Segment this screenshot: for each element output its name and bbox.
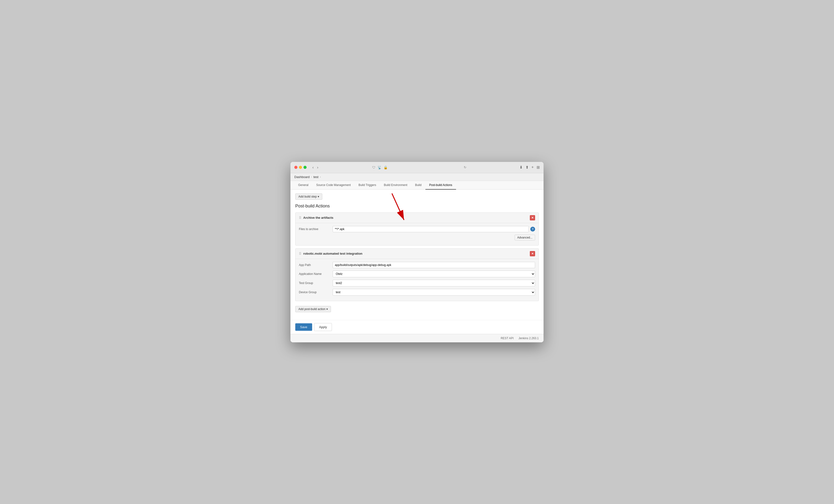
files-to-archive-help[interactable]: ?: [530, 227, 535, 231]
breadcrumb: Dashboard › test ›: [290, 173, 544, 181]
breadcrumb-test[interactable]: test: [313, 175, 319, 179]
post-build-dropdown-icon: ▾: [326, 307, 328, 311]
close-traffic-light[interactable]: [294, 166, 298, 169]
app-path-label: App Path: [299, 263, 333, 267]
nav-buttons: ‹ ›: [311, 165, 320, 170]
files-to-archive-label: Files to archive: [299, 227, 333, 231]
robotic-title-row: ⠿ robotic.mobi automated test integratio…: [299, 252, 363, 256]
test-group-label: Test Group: [299, 281, 333, 285]
share-icon[interactable]: ⬆: [525, 165, 529, 169]
forward-button[interactable]: ›: [316, 165, 319, 170]
maximize-traffic-light[interactable]: [304, 166, 307, 169]
action-bar: Save Apply: [290, 320, 544, 334]
privacy-icon: 🔒: [383, 165, 388, 169]
breadcrumb-sep-2: ›: [320, 176, 321, 178]
application-name-row: Application Name Otelz: [299, 271, 535, 277]
test-group-select[interactable]: test2: [333, 280, 535, 287]
new-tab-icon[interactable]: +: [531, 165, 534, 169]
add-post-build-action-button[interactable]: Add post-build action ▾: [295, 306, 331, 312]
refresh-icon[interactable]: ↻: [464, 165, 466, 169]
jenkins-version: Jenkins 2.263.1: [519, 337, 539, 340]
apply-button[interactable]: Apply: [314, 323, 332, 331]
robotic-mobi-body: App Path Application Name Otelz Test Gro…: [295, 259, 539, 301]
app-path-input[interactable]: [333, 262, 535, 268]
tabs-icon[interactable]: ⊞: [536, 165, 540, 169]
tabs-bar: General Source Code Management Build Tri…: [290, 181, 544, 190]
tab-build-triggers[interactable]: Build Triggers: [355, 181, 380, 190]
dropdown-icon: ▾: [318, 195, 319, 198]
back-button[interactable]: ‹: [311, 165, 314, 170]
test-group-row: Test Group test2: [299, 280, 535, 287]
application-name-label: Application Name: [299, 272, 333, 276]
minimize-traffic-light[interactable]: [299, 166, 302, 169]
drag-handle-robotic[interactable]: ⠿: [299, 252, 301, 256]
archive-artifacts-card: ⠿ Archive the artifacts ✕ Files to archi…: [295, 212, 539, 246]
toolbar-right: ⬇ ⬆ + ⊞: [520, 165, 540, 169]
breadcrumb-dashboard[interactable]: Dashboard: [294, 175, 310, 179]
files-to-archive-input[interactable]: [333, 226, 529, 232]
archive-artifacts-title: Archive the artifacts: [303, 216, 333, 220]
robotic-close-button[interactable]: ✕: [530, 251, 535, 256]
radio-icon: 📡: [377, 165, 381, 169]
add-build-step-button[interactable]: Add build step ▾: [295, 193, 322, 200]
save-button[interactable]: Save: [295, 323, 312, 331]
application-name-select[interactable]: Otelz: [333, 271, 535, 277]
robotic-mobi-header: ⠿ robotic.mobi automated test integratio…: [295, 249, 539, 259]
main-content: General Source Code Management Build Tri…: [290, 181, 544, 334]
device-group-select[interactable]: test: [333, 289, 535, 296]
robotic-mobi-title: robotic.mobi automated test integration: [303, 252, 363, 255]
traffic-lights: [294, 166, 307, 169]
rest-api-link[interactable]: REST API: [501, 337, 514, 340]
footer: REST API Jenkins 2.263.1: [290, 334, 544, 342]
tab-post-build-actions[interactable]: Post-build Actions: [425, 181, 456, 190]
device-group-label: Device Group: [299, 291, 333, 294]
security-icons: 🛡 📡 🔒: [372, 165, 388, 169]
device-group-row: Device Group test: [299, 289, 535, 296]
archive-artifacts-header: ⠿ Archive the artifacts ✕: [295, 213, 539, 223]
advanced-button[interactable]: Advanced...: [514, 235, 535, 240]
archive-close-button[interactable]: ✕: [530, 215, 535, 221]
archive-title-row: ⠿ Archive the artifacts: [299, 216, 333, 220]
title-bar: ‹ › 🛡 📡 🔒 localhost ↻ ⬇ ⬆ + ⊞: [290, 162, 544, 173]
tab-source-code-management[interactable]: Source Code Management: [312, 181, 355, 190]
download-icon[interactable]: ⬇: [520, 165, 523, 169]
url-input[interactable]: localhost: [390, 165, 462, 169]
app-path-row: App Path: [299, 262, 535, 268]
address-bar: 🛡 📡 🔒 localhost ↻: [322, 165, 517, 169]
section-title: Post-build Actions: [295, 204, 539, 209]
content-area: Add build step ▾ Post-build Actions: [290, 190, 544, 320]
drag-handle-archive[interactable]: ⠿: [299, 216, 301, 220]
tab-general[interactable]: General: [294, 181, 312, 190]
tab-build[interactable]: Build: [411, 181, 425, 190]
files-to-archive-row: Files to archive ?: [299, 226, 535, 232]
tab-build-environment[interactable]: Build Environment: [380, 181, 411, 190]
archive-artifacts-body: Files to archive ? Advanced...: [295, 223, 539, 245]
browser-window: ‹ › 🛡 📡 🔒 localhost ↻ ⬇ ⬆ + ⊞ Dashboard …: [290, 162, 544, 342]
robotic-mobi-card: ⠿ robotic.mobi automated test integratio…: [295, 248, 539, 301]
breadcrumb-sep-1: ›: [311, 176, 312, 178]
shield-icon: 🛡: [372, 165, 376, 169]
